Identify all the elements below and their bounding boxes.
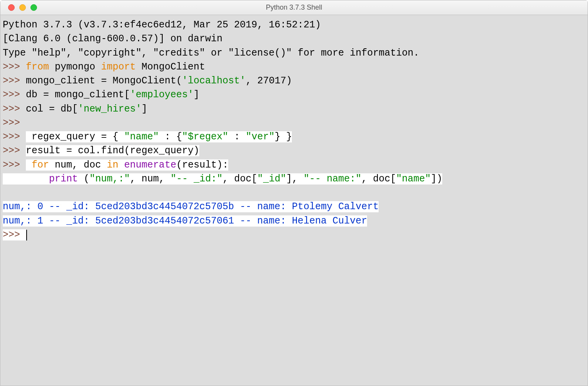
prompt: >>> xyxy=(3,75,26,86)
close-paren: ]) xyxy=(431,173,442,185)
output-line-2: num,: 1 -- _id: 5ced203bd3c4454072c57061… xyxy=(3,215,367,227)
for-lead-space xyxy=(26,159,32,171)
str-localhost: 'localhost' xyxy=(182,75,246,86)
kw-for: for xyxy=(32,159,49,171)
mod-pymongo: pymongo xyxy=(49,61,101,73)
str-ver: "ver" xyxy=(246,131,275,142)
builtin-enumerate: enumerate xyxy=(124,159,176,171)
print-indent xyxy=(3,173,49,185)
zoom-icon[interactable] xyxy=(30,4,37,11)
close-brace2: } } xyxy=(275,131,292,142)
prompt: >>> xyxy=(3,89,26,100)
close-icon[interactable] xyxy=(8,4,15,11)
output-line-1: num,: 0 -- _id: 5ced203bd3c4454072c5705b… xyxy=(3,201,379,212)
hl-result-line: result = col.find(regex_query) xyxy=(26,145,199,156)
print-open: ( xyxy=(78,173,89,185)
colon-brace: : { xyxy=(159,131,182,142)
window-title: Python 3.7.3 Shell xyxy=(0,3,588,12)
str-newhires: 'new_hires' xyxy=(78,103,142,115)
comma-doc-open: , doc[ xyxy=(361,173,396,185)
close-comma: ], xyxy=(286,173,303,185)
idle-window: Python 3.7.3 Shell Python 3.7.3 (v3.7.3:… xyxy=(0,0,588,386)
prompt: >>> xyxy=(3,145,26,156)
close-bracket: ] xyxy=(142,103,147,115)
close-bracket: ] xyxy=(194,89,199,100)
kw-import: import xyxy=(101,61,136,73)
banner-line-1: Python 3.7.3 (v3.7.3:ef4ec6ed12, Mar 25 … xyxy=(3,19,327,30)
hl-for-line: for num, doc in enumerate(result): xyxy=(26,159,228,171)
str-name-key: "name" xyxy=(124,131,159,142)
comma-doc-open: , doc[ xyxy=(222,173,257,185)
assign-col: col = db[ xyxy=(26,103,78,115)
prompt: >>> xyxy=(3,159,26,171)
num-doc: num, doc xyxy=(49,159,107,171)
port-close: , 27017) xyxy=(246,75,292,86)
enum-tail: (result): xyxy=(176,159,228,171)
str-employees: 'employees' xyxy=(130,89,194,100)
assign-client: mongo_client = MongoClient( xyxy=(26,75,182,86)
prompt: >>> xyxy=(3,131,26,142)
kw-in: in xyxy=(107,159,118,171)
name-mongoclient: MongoClient xyxy=(136,61,205,73)
cursor-icon xyxy=(26,230,27,240)
comma-num: , num, xyxy=(130,173,170,185)
str-namecol: "-- name:" xyxy=(303,173,361,185)
shell-content[interactable]: Python 3.7.3 (v3.7.3:ef4ec6ed12, Mar 25 … xyxy=(0,15,588,386)
str-numcomma: "num,:" xyxy=(89,173,130,185)
str-name-key2: "name" xyxy=(396,173,431,185)
kw-from: from xyxy=(26,61,49,73)
prompt: >>> xyxy=(3,117,26,129)
str-id-key: "_id" xyxy=(257,173,286,185)
hl-final-prompt: >>> xyxy=(3,229,27,240)
minimize-icon[interactable] xyxy=(19,4,26,11)
prompt: >>> xyxy=(3,103,26,115)
banner-line-2: [Clang 6.0 (clang-600.0.57)] on darwin xyxy=(3,33,222,44)
hl-regex-line: regex_query = { "name" : {"$regex" : "ve… xyxy=(26,131,292,142)
builtin-print: print xyxy=(49,173,78,185)
regex-lead: regex_query = { xyxy=(26,131,124,142)
titlebar: Python 3.7.3 Shell xyxy=(0,0,588,15)
hl-print-line: print ("num,:", num, "-- _id:", doc["_id… xyxy=(3,173,442,185)
assign-db: db = mongo_client[ xyxy=(26,89,130,100)
banner-line-3: Type "help", "copyright", "credits" or "… xyxy=(3,47,419,59)
colon-space: : xyxy=(228,131,246,142)
traffic-lights xyxy=(0,4,37,11)
prompt: >>> xyxy=(3,61,26,73)
str-id: "-- _id:" xyxy=(170,173,222,185)
prompt: >>> xyxy=(3,229,26,240)
str-regex-key: "$regex" xyxy=(182,131,228,142)
